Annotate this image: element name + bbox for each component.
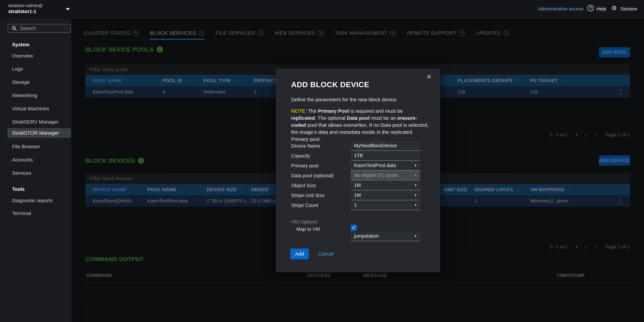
select-caret-icon: ▼ [414, 164, 417, 167]
data-pool-select[interactable]: No eligible EC pools ▼ [351, 170, 420, 180]
select-caret-icon: ▼ [414, 193, 417, 197]
vm-select[interactable]: jumpstation ▼ [351, 231, 420, 241]
gear-icon[interactable]: ⚙ [612, 4, 617, 12]
sidebar-item-file-browser[interactable]: File Browser [8, 142, 71, 152]
modal-description: Define the parameters for the new block … [291, 97, 398, 102]
object-size-label: Object Size [291, 183, 316, 188]
device-name-field [351, 141, 420, 151]
sidebar-item-virtual-machines[interactable]: Virtual Machines [8, 104, 71, 114]
search-input[interactable] [20, 25, 62, 31]
sidebar-item-services[interactable]: Services [8, 168, 71, 178]
capacity-label: Capacity [291, 153, 310, 158]
map-to-vm-label: Map to VM [296, 226, 320, 232]
select-caret-icon: ▼ [414, 203, 417, 207]
sidebar-item-stratiserv-manager[interactable]: StratiSERV Manager [8, 117, 71, 127]
vm-options-label: VM Options [291, 219, 318, 225]
primary-pool-select[interactable]: KasmTestPool.data ▼ [351, 161, 420, 170]
sidebar-heading-system: System [12, 42, 29, 48]
sidebar-item-terminal[interactable]: Terminal [8, 208, 71, 218]
help-menu[interactable]: Help [596, 6, 606, 12]
check-icon: ✓ [352, 225, 356, 230]
close-icon[interactable]: ✕ [426, 73, 432, 80]
data-pool-label: Data pool (optional) [291, 173, 334, 178]
administrative-access-link[interactable]: Administrative access [538, 6, 584, 12]
sidebar-item-diagnostic-reports[interactable]: Diagnostic reports [8, 196, 71, 206]
stripe-count-select[interactable]: 1 ▼ [351, 200, 420, 210]
add-button[interactable]: Add [290, 248, 309, 259]
sidebar-item-storage[interactable]: Storage [8, 77, 71, 87]
stripe-unit-size-select[interactable]: 1M ▼ [351, 190, 420, 200]
cancel-button[interactable]: Cancel [318, 251, 334, 257]
map-to-vm-checkbox[interactable]: ✓ [351, 224, 357, 231]
note-label: NOTE: [291, 108, 306, 114]
stripe-unit-size-label: Stripe Unit Size [291, 193, 325, 198]
stripe-count-label: Stripe Count [291, 202, 318, 208]
help-icon[interactable]: ? [587, 5, 594, 11]
sidebar-item-accounts[interactable]: Accounts [8, 155, 71, 165]
caret-down-icon[interactable] [66, 8, 70, 10]
object-size-select[interactable]: 1M ▼ [351, 180, 420, 190]
sidebar-item-networking[interactable]: Networking [8, 90, 71, 100]
session-menu[interactable]: Session [620, 6, 637, 12]
primary-pool-label: Primary pool [291, 163, 318, 168]
device-name-label: Device Name [291, 143, 320, 148]
modal-note: NOTE: The Primary Pool is required and m… [291, 108, 429, 143]
modal-title: ADD BLOCK DEVICE [291, 80, 369, 89]
sidebar-item-overview[interactable]: Overview [8, 51, 71, 61]
sidebar: System Overview Logs Storage Networking … [0, 19, 71, 322]
select-caret-icon: ▼ [414, 234, 417, 238]
search-icon [12, 26, 17, 31]
select-caret-icon: ▼ [414, 174, 417, 177]
masthead-host: stratistor1-1 [8, 9, 36, 14]
masthead: stratistor-admin@ stratistor1-1 Administ… [0, 0, 644, 19]
add-block-device-modal: ✕ ADD BLOCK DEVICE Define the parameters… [276, 68, 440, 272]
sidebar-item-logs[interactable]: Logs [8, 64, 71, 74]
device-name-input[interactable] [351, 141, 420, 150]
capacity-field [351, 151, 420, 161]
select-caret-icon: ▼ [414, 184, 417, 187]
sidebar-heading-tools: Tools [12, 186, 25, 192]
masthead-user: stratistor-admin@ [8, 3, 43, 8]
sidebar-search[interactable] [8, 24, 71, 33]
sidebar-item-stratistor-manager[interactable]: StratiSTOR Manager [8, 128, 71, 138]
capacity-input[interactable] [351, 151, 420, 160]
